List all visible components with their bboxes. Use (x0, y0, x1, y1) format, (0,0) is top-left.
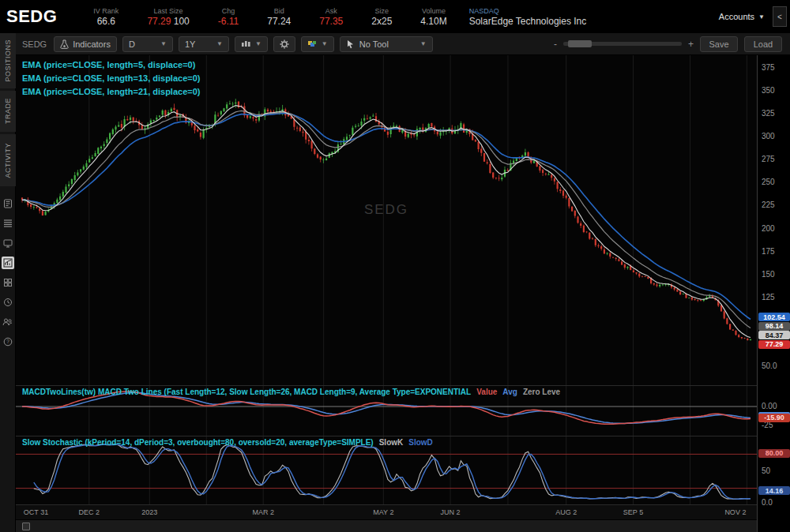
ema-study-labels: EMA (price=CLOSE, length=5, displace=0) … (22, 58, 200, 99)
quote-header: SEDG IV Rank66.6Last Size77.29 100Chg-6.… (0, 0, 790, 33)
accounts-label: Accounts (719, 12, 754, 21)
indicators-button[interactable]: Indicators (54, 36, 117, 52)
ema21-label: EMA (price=CLOSE, length=21, displace=0) (22, 85, 200, 99)
chevron-down-icon: ▼ (255, 40, 261, 47)
flask-icon (60, 39, 69, 49)
price-tick: 325 (762, 109, 775, 118)
quote-stat-chg: Chg-6.11 (218, 6, 239, 27)
price-tick: 175 (762, 247, 775, 256)
drawings-icon (307, 39, 318, 49)
bottom-status-strip (16, 519, 790, 532)
cursor-icon (346, 39, 355, 49)
drawing-tool-dropdown[interactable]: No Tool ▼ (340, 36, 433, 52)
macd-value-bubble: -15.90 (758, 414, 790, 422)
chevron-down-icon: ▼ (322, 40, 328, 47)
users-icon[interactable] (2, 316, 14, 328)
price-tick: 375 (762, 63, 775, 72)
time-tick: AUG 2 (555, 508, 577, 516)
quote-stat-ask: Ask77.35 (319, 6, 343, 27)
sidebar-tab-activity[interactable]: ACTIVITY (0, 134, 16, 186)
range-dropdown[interactable]: 1Y▼ (179, 36, 229, 52)
sidebar-tab-positions[interactable]: POSITIONS (0, 33, 16, 88)
chart-settings-button[interactable] (273, 36, 295, 52)
stoch-slowd-bubble: 14.16 (758, 486, 790, 495)
price-tick: 50.0 (762, 362, 777, 370)
time-tick: DEC 2 (79, 508, 100, 516)
stoch-mid-tick: 50 (762, 466, 770, 475)
macd-zero-tick: 0.00 (762, 402, 777, 410)
load-button[interactable]: Load (744, 36, 782, 52)
ema5-label: EMA (price=CLOSE, length=5, displace=0) (22, 58, 200, 72)
stochastic-study-panel[interactable]: Slow Stochastic (kPeriod=14, dPeriod=3, … (16, 436, 757, 504)
company-name: SolarEdge Technologies Inc (469, 17, 587, 27)
time-tick: OCT 31 (24, 508, 48, 516)
price-bubble: 84.37 (758, 331, 790, 339)
price-bubble: 98.14 (758, 322, 790, 331)
collapse-panel-button[interactable]: < (773, 6, 787, 27)
notes-icon[interactable] (2, 197, 14, 210)
quote-stat-iv-rank: IV Rank66.6 (93, 6, 118, 27)
macd-study-label: MACDTwoLines(tw) MACD Two Lines (Fast Le… (22, 388, 560, 396)
price-axis[interactable]: 37535032530027525022520017515012550.0102… (757, 55, 790, 532)
list-icon[interactable] (2, 217, 14, 230)
history-clock-icon[interactable] (2, 296, 14, 309)
symbol-watermark: SEDG (364, 202, 408, 218)
chart-toolbar: SEDG Indicators D▼ 1Y▼ ▼ ▼ No Tool ▼ (16, 33, 790, 55)
company-info: NASDAQ SolarEdge Technologies Inc (469, 6, 587, 27)
toolbar-symbol-label: SEDG (22, 39, 47, 49)
stochastic-study-label: Slow Stochastic (kPeriod=14, dPeriod=3, … (22, 438, 433, 447)
chart-type-dropdown[interactable]: ▼ (235, 36, 268, 52)
time-tick: SEP 5 (623, 508, 643, 516)
save-button[interactable]: Save (700, 36, 738, 52)
price-tick: 225 (762, 200, 775, 209)
zoom-slider[interactable] (563, 42, 682, 46)
grid-icon[interactable] (2, 276, 14, 289)
price-tick: 350 (762, 86, 775, 95)
price-tick: 200 (762, 224, 775, 233)
candlestick-chart-icon (241, 39, 251, 49)
stoch-legend-slowd: SlowD (408, 438, 433, 447)
quote-stat-volume: Volume4.10M (420, 6, 446, 27)
zoom-in-button[interactable]: + (688, 39, 694, 50)
aggregation-dropdown[interactable]: D▼ (122, 36, 173, 52)
macd-legend-value: Value (476, 388, 497, 396)
price-chart-area[interactable]: EMA (price=CLOSE, length=5, displace=0) … (16, 55, 757, 385)
chevron-down-icon: ▼ (758, 13, 765, 21)
price-bubble: 77.29 (758, 340, 790, 349)
ema13-label: EMA (price=CLOSE, length=13, displace=0) (22, 72, 200, 85)
chevron-down-icon: ▼ (160, 40, 167, 47)
help-icon[interactable]: ? (2, 335, 14, 348)
price-tick: 300 (762, 132, 775, 140)
quote-stat-last-size: Last Size77.29 100 (147, 6, 189, 27)
chevron-down-icon: ▼ (420, 40, 427, 47)
chart-icon[interactable] (2, 257, 14, 269)
symbol-title: SEDG (6, 6, 57, 27)
price-tick: 250 (762, 178, 775, 186)
price-bubble: 102.54 (758, 313, 790, 321)
panel-handle-icon[interactable] (22, 523, 30, 530)
chevron-down-icon: ▼ (216, 40, 223, 47)
left-sidebar: POSITIONS TRADE ACTIVITY ? (0, 33, 16, 532)
time-tick: JUN 2 (441, 508, 461, 516)
drawings-dropdown[interactable]: ▼ (301, 36, 334, 52)
sidebar-tab-trade[interactable]: TRADE (0, 91, 16, 132)
accounts-dropdown[interactable]: Accounts ▼ (719, 12, 765, 21)
quote-stat-size: Size2x25 (371, 6, 392, 27)
trading-platform-window: SEDG IV Rank66.6Last Size77.29 100Chg-6.… (0, 0, 790, 532)
time-tick: MAY 2 (373, 508, 393, 516)
time-tick: NOV 2 (724, 508, 746, 516)
time-axis[interactable]: OCT 31DEC 22023MAR 2MAY 2JUN 2AUG 2SEP 5… (16, 504, 757, 519)
price-tick: 275 (762, 155, 775, 163)
quote-stat-bid: Bid77.24 (267, 6, 291, 27)
stoch-low-tick: 0.0 (762, 498, 773, 507)
zoom-out-button[interactable]: - (554, 39, 557, 50)
svg-text:?: ? (6, 339, 9, 344)
stoch-legend-slowk: SlowK (379, 438, 404, 447)
macd-study-panel[interactable]: MACDTwoLines(tw) MACD Two Lines (Fast Le… (16, 385, 757, 436)
price-tick: 150 (762, 270, 775, 279)
zoom-slider-handle[interactable] (568, 40, 592, 47)
macd-legend-avg: Avg (502, 388, 517, 396)
time-tick: 2023 (141, 508, 157, 516)
price-tick: 125 (762, 293, 775, 302)
monitor-icon[interactable] (2, 237, 14, 249)
